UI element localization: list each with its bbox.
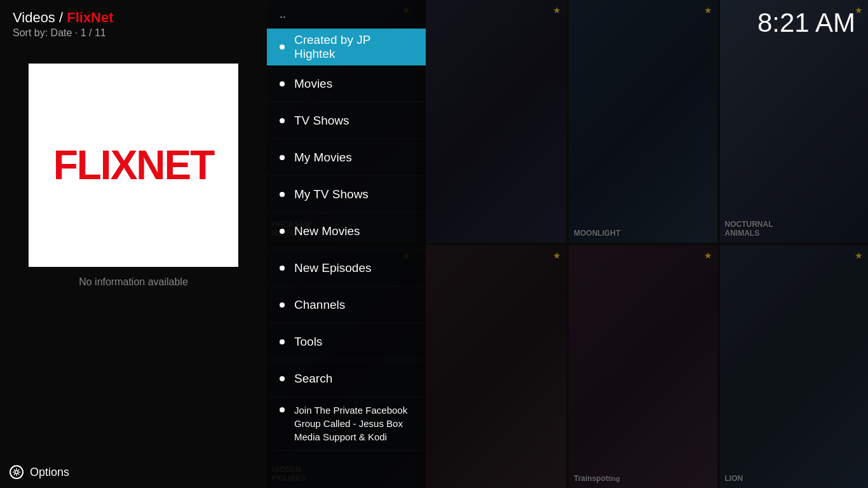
menu-item-new-episodes[interactable]: New Episodes — [267, 250, 426, 287]
menu-item-search[interactable]: Search — [267, 360, 426, 397]
menu-label-5: New Movies — [294, 224, 360, 238]
menu-list: .. Created by JP Hightek Movies TV Shows… — [267, 0, 426, 488]
menu-item-new-movies[interactable]: New Movies — [267, 213, 426, 250]
thumb-title-8: LION — [725, 474, 743, 483]
menu-label-6: New Episodes — [294, 261, 371, 275]
bullet-1 — [280, 81, 285, 86]
bullet-5 — [280, 229, 285, 234]
breadcrumb-prefix: Videos / — [13, 10, 67, 25]
menu-item-my-tv-shows[interactable]: My TV Shows — [267, 176, 426, 213]
thumb-6: ★ — [418, 245, 567, 488]
menu-item-my-movies[interactable]: My Movies — [267, 139, 426, 176]
thumb-title-3: MOONLIGHT — [574, 229, 620, 238]
bullet-2 — [280, 118, 285, 123]
svg-point-0 — [15, 471, 18, 474]
no-info-label: No information available — [79, 276, 188, 288]
menu-label-8: Tools — [294, 335, 322, 349]
options-bar[interactable]: Options — [0, 456, 267, 488]
bullet-10 — [280, 407, 285, 412]
menu-label-4: My TV Shows — [294, 187, 369, 201]
logo-box: FLIXNET — [29, 64, 238, 267]
time-display: 8:21 AM — [757, 10, 855, 36]
menu-label-1: Movies — [294, 77, 332, 91]
menu-item-channels[interactable]: Channels — [267, 287, 426, 323]
gear-icon — [12, 468, 21, 477]
thumb-title-7: Trainspotting — [574, 474, 620, 483]
menu-item-facebook[interactable]: Join The Private Facebook Group Called -… — [267, 397, 426, 451]
header-left: Videos / FlixNet Sort by: Date · 1 / 11 — [13, 10, 114, 39]
breadcrumb-highlight: FlixNet — [67, 10, 113, 25]
logo-text: FLIXNET — [53, 142, 214, 189]
logo-container: FLIXNET No information available — [0, 51, 267, 301]
star-7: ★ — [704, 250, 712, 261]
bullet-7 — [280, 302, 285, 308]
menu-label-3: My Movies — [294, 151, 352, 165]
breadcrumb: Videos / FlixNet — [13, 10, 114, 26]
thumb-8: ★ LION — [720, 245, 869, 488]
menu-label-7: Channels — [294, 298, 345, 312]
bullet-9 — [280, 376, 285, 381]
sort-info: Sort by: Date · 1 / 11 — [13, 27, 114, 39]
star-8: ★ — [855, 250, 863, 261]
thumb-title-4: NOCTURNALANIMALS — [725, 220, 773, 238]
menu-label-2: TV Shows — [294, 114, 349, 128]
bullet-8 — [280, 339, 285, 344]
star-6: ★ — [553, 250, 561, 261]
thumb-7: ★ Trainspotting — [569, 245, 717, 488]
header: Videos / FlixNet Sort by: Date · 1 / 11 … — [0, 0, 868, 45]
menu-item-tools[interactable]: Tools — [267, 323, 426, 360]
menu-item-movies[interactable]: Movies — [267, 65, 426, 102]
bullet-3 — [280, 155, 285, 160]
left-panel: FLIXNET No information available Options — [0, 0, 267, 488]
options-icon — [10, 465, 24, 479]
menu-item-tv-shows[interactable]: TV Shows — [267, 102, 426, 139]
bullet-4 — [280, 192, 285, 197]
bullet-6 — [280, 266, 285, 271]
menu-label-9: Search — [294, 372, 332, 386]
options-label: Options — [30, 466, 69, 479]
menu-label-10: Join The Private Facebook Group Called -… — [294, 403, 413, 444]
